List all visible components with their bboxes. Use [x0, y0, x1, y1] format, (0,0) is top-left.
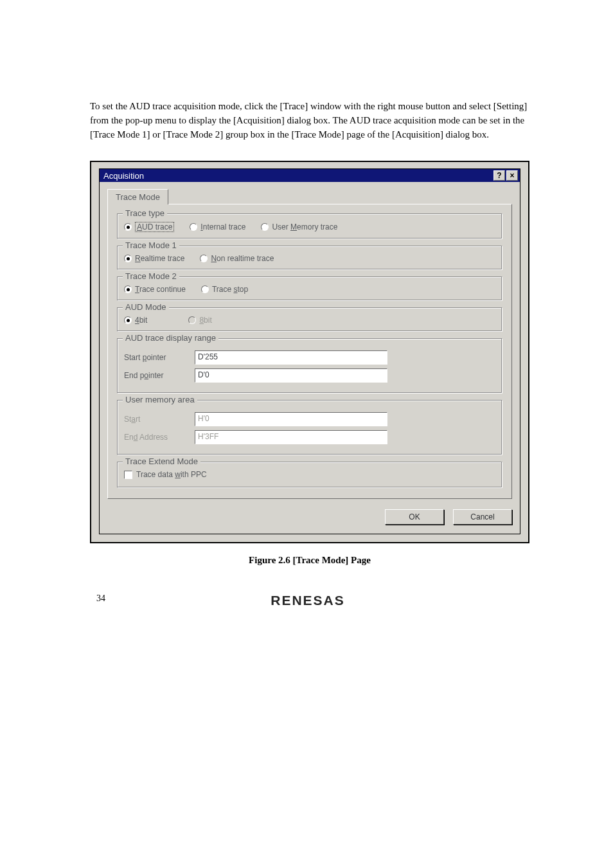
figure-caption: Figure 2.6 [Trace Mode] Page	[90, 555, 529, 566]
radio-internal-trace[interactable]: Internal trace	[190, 222, 245, 231]
user-end-label: End Address	[124, 433, 195, 442]
user-start-input: H'0	[195, 412, 387, 426]
radio-trace-stop[interactable]: Trace stop	[201, 285, 248, 294]
user-start-label: Start	[124, 415, 195, 424]
dialog-titlebar: Acquisition ? ×	[100, 169, 520, 182]
end-pointer-label: End pointer	[124, 371, 195, 380]
group-display-range: AUD trace display range Start pointer D'…	[117, 338, 502, 393]
radio-realtime-trace[interactable]: Realtime trace	[124, 254, 184, 263]
radio-trace-continue[interactable]: Trace continue	[124, 285, 186, 294]
screenshot-container: Acquisition ? × Trace Mode Trace type AU…	[90, 161, 529, 543]
group-trace-mode-2: Trace Mode 2 Trace continue Trace stop	[117, 276, 502, 301]
checkbox-trace-ppc[interactable]: Trace data with PPC	[124, 470, 207, 479]
radio-aud-trace[interactable]: AUD trace	[124, 222, 174, 232]
radio-4bit[interactable]: 4bit	[124, 316, 147, 325]
group-user-memory: User memory area Start H'0 End Address H…	[117, 400, 502, 455]
checkbox-box-icon	[124, 471, 132, 479]
group-label-extend-mode: Trace Extend Mode	[123, 457, 200, 466]
dialog-title: Acquisition	[103, 171, 144, 181]
group-label-trace-type: Trace type	[123, 208, 167, 218]
radio-dot-icon	[261, 223, 269, 231]
renesas-logo: RENESAS	[271, 593, 345, 608]
start-pointer-input[interactable]: D'255	[195, 350, 387, 365]
radio-user-memory-trace[interactable]: User Memory trace	[261, 222, 337, 231]
acquisition-dialog: Acquisition ? × Trace Mode Trace type AU…	[99, 168, 520, 534]
group-aud-mode: AUD Mode 4bit 8bit	[117, 307, 502, 332]
radio-8bit: 8bit	[188, 316, 211, 325]
radio-dot-icon	[124, 255, 132, 262]
radio-dot-icon	[201, 285, 209, 293]
group-trace-mode-1: Trace Mode 1 Realtime trace Non realtime…	[117, 246, 502, 270]
radio-dot-icon	[190, 223, 197, 231]
radio-dot-icon	[200, 255, 208, 262]
group-label-trace-mode-1: Trace Mode 1	[123, 240, 179, 250]
ok-button[interactable]: OK	[385, 509, 444, 525]
group-label-trace-mode-2: Trace Mode 2	[123, 271, 179, 281]
help-button[interactable]: ?	[493, 170, 505, 181]
group-label-aud-mode: AUD Mode	[123, 302, 169, 312]
cancel-button[interactable]: Cancel	[453, 509, 512, 525]
group-label-user-memory: User memory area	[123, 395, 197, 404]
radio-dot-icon	[124, 316, 132, 324]
user-end-input: H'3FF	[195, 430, 387, 444]
group-trace-type: Trace type AUD trace Internal trace U	[117, 213, 502, 239]
group-label-display-range: AUD trace display range	[123, 333, 218, 343]
radio-dot-icon	[188, 316, 196, 324]
tab-panel: Trace type AUD trace Internal trace U	[107, 204, 512, 499]
page-number: 34	[96, 593, 105, 604]
radio-dot-icon	[124, 285, 132, 293]
tab-trace-mode[interactable]: Trace Mode	[107, 189, 168, 204]
group-extend-mode: Trace Extend Mode Trace data with PPC	[117, 462, 502, 488]
end-pointer-input[interactable]: D'0	[195, 368, 387, 383]
radio-dot-icon	[124, 223, 132, 231]
radio-non-realtime-trace[interactable]: Non realtime trace	[200, 254, 274, 263]
start-pointer-label: Start pointer	[124, 353, 195, 362]
intro-paragraph: To set the AUD trace acquisition mode, c…	[90, 100, 529, 141]
close-button[interactable]: ×	[506, 170, 518, 181]
